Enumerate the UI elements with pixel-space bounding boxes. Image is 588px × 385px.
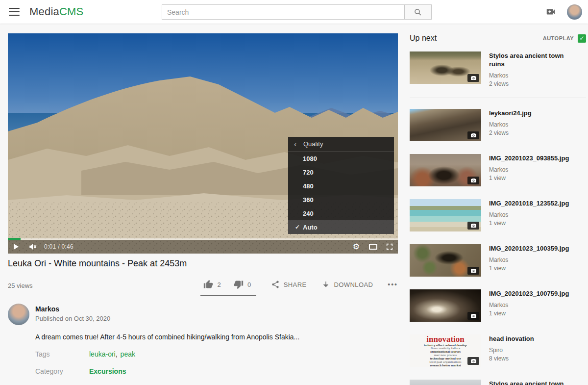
up-next-item[interactable]: IMG_20201023_100359.jpgMarkos1 view [410,244,586,277]
video-info: Leuka Ori - White mountains - Peak at 24… [8,258,398,385]
share-icon [271,280,280,289]
image-type-badge [467,74,479,82]
quality-option-480[interactable]: 480 [288,179,394,193]
up-next-views: 1 view [489,220,569,227]
image-type-badge [467,177,479,184]
search-icon [414,8,422,17]
thumb-up-icon [203,280,213,289]
theater-mode-button[interactable] [365,240,381,254]
share-button[interactable]: SHARE [271,280,307,289]
up-next-title[interactable]: IMG_20201023_100759.jpg [489,290,569,298]
thumbnail-lagoon-beach[interactable] [410,199,481,231]
author-avatar[interactable] [8,304,29,325]
quality-option-auto[interactable]: ✓Auto [288,220,394,234]
up-next-item[interactable]: IMG_20201023_100759.jpgMarkos1 view [410,289,586,322]
category-row: Category Excursions [35,367,398,375]
quality-option-720[interactable]: 720 [288,165,394,179]
up-next-author[interactable]: Markos [489,166,569,173]
tag-list: leuka-ori,peak [89,350,135,358]
up-next-sidebar: Up next AUTOPLAY ✓ Stylos area ancient t… [410,33,586,385]
thumbnail-cliff-gorge[interactable] [410,244,481,277]
up-next-title[interactable]: Stylos area ancient town ruins [489,52,580,69]
thumbnail-rocky-ruins[interactable] [410,51,481,84]
quality-menu: ‹ Quality 1080720480360240✓Auto [288,137,394,234]
thumb-down-icon [234,280,244,289]
quality-option-1080[interactable]: 1080 [288,152,394,165]
up-next-author[interactable]: Spiro [489,347,534,354]
up-next-title[interactable]: Stylos area ancient town ruins [489,380,580,385]
like-button[interactable]: 2 [203,280,221,289]
up-next-views: 2 views [489,80,580,87]
tags-row: Tags leuka-ori,peak [35,350,398,358]
search-button[interactable] [404,4,432,20]
fullscreen-icon [386,243,393,251]
play-button[interactable] [8,240,24,254]
up-next-title[interactable]: IMG_20201023_093855.jpg [489,154,569,163]
gear-icon: ⚙ [353,243,360,251]
up-next-item[interactable]: IMG_20201018_123552.jpgMarkos1 view [410,199,586,231]
up-next-author[interactable]: Markos [489,72,580,79]
up-next-item[interactable]: leykaori24.jpgMarkos2 views [410,109,586,141]
play-icon [13,243,20,250]
fullscreen-button[interactable] [381,240,398,254]
image-type-badge [467,222,479,230]
settings-button[interactable]: ⚙ [348,240,365,254]
quality-option-360[interactable]: 360 [288,193,394,206]
video-player[interactable]: ‹ Quality 1080720480360240✓Auto 0:01 / 0… [8,33,398,254]
thumbnail-misty-mountains[interactable] [410,380,481,385]
check-icon: ✓ [292,224,303,231]
meta-row: 25 views 2 0 SHARE DOWNLOAD ••• [8,280,398,296]
tag-link-leuka-ori[interactable]: leuka-ori [89,350,116,358]
dislike-button[interactable]: 0 [234,280,251,289]
share-label: SHARE [284,281,307,288]
more-options-icon[interactable]: ••• [388,281,398,288]
up-next-title[interactable]: leykaori24.jpg [489,109,532,118]
up-next-item[interactable]: IMG_20201023_093855.jpgMarkos1 view [410,154,586,186]
mute-button[interactable] [24,240,41,254]
up-next-item[interactable]: innovationindustry effort reduced develo… [410,334,586,367]
tags-label: Tags [35,350,89,358]
thumbnail-word-cloud[interactable]: innovationindustry effort reduced develo… [410,334,481,367]
up-next-author[interactable]: Markos [489,121,532,128]
up-next-author[interactable]: Markos [489,257,569,263]
autoplay-checkbox[interactable]: ✓ [578,34,586,43]
menu-icon[interactable] [9,8,20,16]
search-input[interactable] [162,4,404,20]
up-next-item[interactable]: Stylos area ancient town ruins [410,380,586,385]
user-avatar[interactable] [567,4,582,20]
rating-group: 2 0 [200,280,256,289]
up-next-item[interactable]: Stylos area ancient town ruinsMarkos2 vi… [410,51,586,98]
player-controls: 0:01 / 0:46 ⚙ [8,240,398,254]
upload-media-icon[interactable] [545,6,556,17]
quality-menu-back[interactable]: ‹ Quality [288,137,394,152]
up-next-title[interactable]: IMG_20201023_100359.jpg [489,245,569,253]
quality-option-240[interactable]: 240 [288,206,394,220]
up-next-author[interactable]: Markos [489,211,569,218]
thumbnail-dark-cave[interactable] [410,289,481,322]
up-next-title[interactable]: head inovation [489,335,534,343]
thumbnail-cave-dwelling[interactable] [410,154,481,186]
image-type-badge [467,357,479,365]
logo[interactable]: MediaCMS [29,5,83,18]
up-next-views: 1 view [489,265,569,272]
theater-mode-icon [369,244,377,250]
image-type-badge [467,312,479,320]
thumbnail-dark-mountain[interactable] [410,109,481,141]
camera-icon [471,133,476,138]
category-link[interactable]: Excursions [89,367,126,375]
video-description: A dream comes true! After 4-5 hours of c… [35,333,398,341]
up-next-views: 1 view [489,310,569,317]
tag-separator: , [116,350,118,358]
volume-muted-icon [28,242,37,251]
download-button[interactable]: DOWNLOAD [321,280,373,289]
camera-icon [471,268,476,273]
header-actions [545,0,582,24]
up-next-title[interactable]: IMG_20201018_123552.jpg [489,200,569,208]
up-next-author[interactable]: Markos [489,302,569,308]
tag-link-peak[interactable]: peak [121,350,135,358]
back-chevron-icon: ‹ [294,140,296,148]
action-bar: 2 0 SHARE DOWNLOAD ••• [200,280,398,289]
author-row: Markos Published on Oct 30, 2020 [8,304,398,325]
author-name[interactable]: Markos [35,305,110,313]
quality-options: 1080720480360240✓Auto [288,152,394,234]
